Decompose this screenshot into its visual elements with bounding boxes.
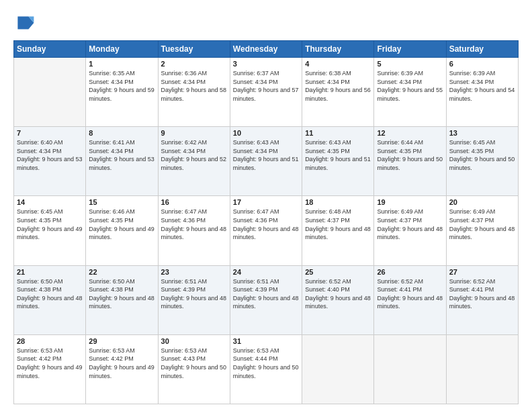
cell-text: Sunrise: 6:53 AMSunset: 4:44 PMDaylight:… bbox=[233, 347, 299, 379]
day-number: 28 bbox=[17, 337, 83, 345]
day-number: 4 bbox=[305, 60, 371, 68]
day-number: 17 bbox=[233, 198, 299, 206]
calendar-week-4: 21Sunrise: 6:50 AMSunset: 4:38 PMDayligh… bbox=[14, 265, 519, 334]
cell-text: Sunrise: 6:45 AMSunset: 4:35 PMDaylight:… bbox=[449, 139, 515, 171]
cell-text: Sunrise: 6:45 AMSunset: 4:35 PMDaylight:… bbox=[17, 208, 83, 240]
calendar-cell: 29Sunrise: 6:53 AMSunset: 4:42 PMDayligh… bbox=[86, 334, 158, 404]
day-number: 2 bbox=[161, 60, 227, 68]
day-number: 31 bbox=[233, 337, 299, 345]
calendar-cell: 7Sunrise: 6:40 AMSunset: 4:34 PMDaylight… bbox=[14, 127, 86, 196]
calendar-cell: 4Sunrise: 6:38 AMSunset: 4:34 PMDaylight… bbox=[302, 58, 374, 127]
calendar-table: SundayMondayTuesdayWednesdayThursdayFrid… bbox=[13, 40, 519, 404]
day-number: 7 bbox=[17, 129, 83, 137]
day-number: 13 bbox=[449, 129, 515, 137]
calendar-cell: 18Sunrise: 6:48 AMSunset: 4:37 PMDayligh… bbox=[302, 196, 374, 265]
calendar-week-1: 1Sunrise: 6:35 AMSunset: 4:34 PMDaylight… bbox=[14, 58, 519, 127]
calendar-cell: 19Sunrise: 6:49 AMSunset: 4:37 PMDayligh… bbox=[374, 196, 446, 265]
cell-text: Sunrise: 6:39 AMSunset: 4:34 PMDaylight:… bbox=[377, 70, 443, 102]
calendar-cell: 12Sunrise: 6:44 AMSunset: 4:35 PMDayligh… bbox=[374, 127, 446, 196]
cell-text: Sunrise: 6:40 AMSunset: 4:34 PMDaylight:… bbox=[17, 139, 83, 171]
day-number: 20 bbox=[449, 198, 515, 206]
calendar-cell: 16Sunrise: 6:47 AMSunset: 4:36 PMDayligh… bbox=[158, 196, 230, 265]
calendar-cell: 17Sunrise: 6:47 AMSunset: 4:36 PMDayligh… bbox=[230, 196, 302, 265]
day-number: 24 bbox=[233, 268, 299, 276]
calendar-cell: 30Sunrise: 6:53 AMSunset: 4:43 PMDayligh… bbox=[158, 334, 230, 404]
cell-text: Sunrise: 6:53 AMSunset: 4:42 PMDaylight:… bbox=[89, 347, 154, 379]
cell-text: Sunrise: 6:51 AMSunset: 4:39 PMDaylight:… bbox=[161, 278, 227, 310]
day-number: 6 bbox=[449, 60, 515, 68]
calendar-week-3: 14Sunrise: 6:45 AMSunset: 4:35 PMDayligh… bbox=[14, 196, 519, 265]
calendar-cell: 9Sunrise: 6:42 AMSunset: 4:34 PMDaylight… bbox=[158, 127, 230, 196]
cell-text: Sunrise: 6:43 AMSunset: 4:35 PMDaylight:… bbox=[305, 139, 371, 171]
calendar-cell bbox=[446, 334, 518, 404]
calendar-cell: 28Sunrise: 6:53 AMSunset: 4:42 PMDayligh… bbox=[14, 334, 86, 404]
calendar-cell: 13Sunrise: 6:45 AMSunset: 4:35 PMDayligh… bbox=[446, 127, 518, 196]
cell-text: Sunrise: 6:38 AMSunset: 4:34 PMDaylight:… bbox=[305, 70, 371, 102]
day-number: 27 bbox=[449, 268, 515, 276]
calendar-header-wednesday: Wednesday bbox=[230, 41, 302, 58]
cell-text: Sunrise: 6:48 AMSunset: 4:37 PMDaylight:… bbox=[305, 208, 371, 240]
day-number: 10 bbox=[233, 129, 299, 137]
calendar-cell: 27Sunrise: 6:52 AMSunset: 4:41 PMDayligh… bbox=[446, 265, 518, 334]
day-number: 22 bbox=[89, 268, 154, 276]
day-number: 26 bbox=[377, 268, 443, 276]
calendar-header-thursday: Thursday bbox=[302, 41, 374, 58]
cell-text: Sunrise: 6:36 AMSunset: 4:34 PMDaylight:… bbox=[161, 70, 227, 102]
cell-text: Sunrise: 6:52 AMSunset: 4:41 PMDaylight:… bbox=[449, 278, 515, 310]
day-number: 15 bbox=[89, 198, 154, 206]
day-number: 14 bbox=[17, 198, 83, 206]
calendar-cell: 20Sunrise: 6:49 AMSunset: 4:37 PMDayligh… bbox=[446, 196, 518, 265]
day-number: 25 bbox=[305, 268, 371, 276]
calendar-cell: 2Sunrise: 6:36 AMSunset: 4:34 PMDaylight… bbox=[158, 58, 230, 127]
calendar-header-monday: Monday bbox=[86, 41, 158, 58]
day-number: 16 bbox=[161, 198, 227, 206]
cell-text: Sunrise: 6:53 AMSunset: 4:43 PMDaylight:… bbox=[161, 347, 227, 379]
calendar-header-tuesday: Tuesday bbox=[158, 41, 230, 58]
calendar-cell: 15Sunrise: 6:46 AMSunset: 4:35 PMDayligh… bbox=[86, 196, 158, 265]
cell-text: Sunrise: 6:49 AMSunset: 4:37 PMDaylight:… bbox=[377, 208, 443, 240]
page: SundayMondayTuesdayWednesdayThursdayFrid… bbox=[0, 0, 532, 411]
day-number: 12 bbox=[377, 129, 443, 137]
calendar-cell: 26Sunrise: 6:52 AMSunset: 4:41 PMDayligh… bbox=[374, 265, 446, 334]
calendar-header-friday: Friday bbox=[374, 41, 446, 58]
day-number: 21 bbox=[17, 268, 83, 276]
cell-text: Sunrise: 6:41 AMSunset: 4:34 PMDaylight:… bbox=[89, 139, 154, 171]
day-number: 18 bbox=[305, 198, 371, 206]
calendar-cell: 11Sunrise: 6:43 AMSunset: 4:35 PMDayligh… bbox=[302, 127, 374, 196]
calendar-header-row: SundayMondayTuesdayWednesdayThursdayFrid… bbox=[14, 41, 519, 58]
calendar-cell: 10Sunrise: 6:43 AMSunset: 4:34 PMDayligh… bbox=[230, 127, 302, 196]
day-number: 19 bbox=[377, 198, 443, 206]
calendar-cell bbox=[14, 58, 86, 127]
calendar-cell: 25Sunrise: 6:52 AMSunset: 4:40 PMDayligh… bbox=[302, 265, 374, 334]
cell-text: Sunrise: 6:47 AMSunset: 4:36 PMDaylight:… bbox=[161, 208, 227, 240]
calendar-cell: 24Sunrise: 6:51 AMSunset: 4:39 PMDayligh… bbox=[230, 265, 302, 334]
calendar-header-sunday: Sunday bbox=[14, 41, 86, 58]
cell-text: Sunrise: 6:37 AMSunset: 4:34 PMDaylight:… bbox=[233, 70, 299, 102]
cell-text: Sunrise: 6:39 AMSunset: 4:34 PMDaylight:… bbox=[449, 70, 515, 102]
calendar-cell bbox=[302, 334, 374, 404]
calendar-cell: 6Sunrise: 6:39 AMSunset: 4:34 PMDaylight… bbox=[446, 58, 518, 127]
day-number: 29 bbox=[89, 337, 154, 345]
calendar-cell bbox=[374, 334, 446, 404]
cell-text: Sunrise: 6:43 AMSunset: 4:34 PMDaylight:… bbox=[233, 139, 299, 171]
cell-text: Sunrise: 6:49 AMSunset: 4:37 PMDaylight:… bbox=[449, 208, 515, 240]
logo bbox=[13, 12, 38, 34]
cell-text: Sunrise: 6:50 AMSunset: 4:38 PMDaylight:… bbox=[89, 278, 154, 310]
day-number: 9 bbox=[161, 129, 227, 137]
cell-text: Sunrise: 6:46 AMSunset: 4:35 PMDaylight:… bbox=[89, 208, 154, 240]
cell-text: Sunrise: 6:42 AMSunset: 4:34 PMDaylight:… bbox=[161, 139, 227, 171]
cell-text: Sunrise: 6:52 AMSunset: 4:41 PMDaylight:… bbox=[377, 278, 443, 310]
day-number: 11 bbox=[305, 129, 371, 137]
day-number: 3 bbox=[233, 60, 299, 68]
day-number: 5 bbox=[377, 60, 443, 68]
calendar-cell: 21Sunrise: 6:50 AMSunset: 4:38 PMDayligh… bbox=[14, 265, 86, 334]
cell-text: Sunrise: 6:44 AMSunset: 4:35 PMDaylight:… bbox=[377, 139, 443, 171]
calendar-cell: 22Sunrise: 6:50 AMSunset: 4:38 PMDayligh… bbox=[86, 265, 158, 334]
calendar-header-saturday: Saturday bbox=[446, 41, 518, 58]
day-number: 30 bbox=[161, 337, 227, 345]
calendar-cell: 8Sunrise: 6:41 AMSunset: 4:34 PMDaylight… bbox=[86, 127, 158, 196]
day-number: 8 bbox=[89, 129, 154, 137]
calendar-week-2: 7Sunrise: 6:40 AMSunset: 4:34 PMDaylight… bbox=[14, 127, 519, 196]
day-number: 1 bbox=[89, 60, 154, 68]
cell-text: Sunrise: 6:53 AMSunset: 4:42 PMDaylight:… bbox=[17, 347, 83, 379]
